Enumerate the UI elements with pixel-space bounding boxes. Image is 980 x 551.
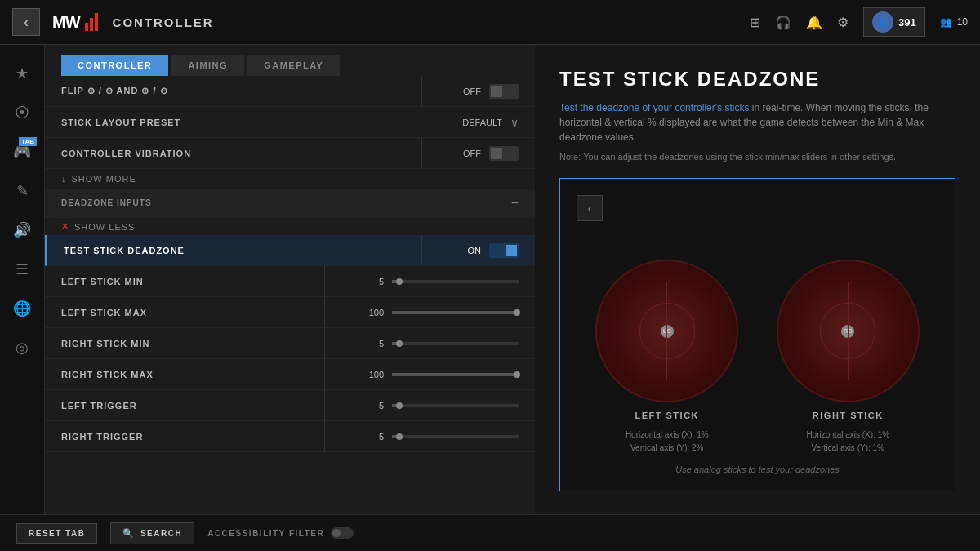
right-stick-min-slider[interactable] [392,342,519,345]
slider-track [392,373,519,376]
flip-value: OFF [432,87,481,96]
show-more-toggle[interactable]: ↓ SHOW MORE [45,169,535,189]
accessibility-toggle[interactable] [331,527,354,539]
setting-row-right-stick-min[interactable]: RIGHT STICK MIN 5 [45,328,535,359]
right-panel: TEST STICK DEADZONE Test the deadzone of… [535,45,980,514]
topbar-right: ⊞ 🎧 🔔 ⚙ 👤 391 👥 10 [750,7,968,37]
star-icon: ★ [16,64,29,82]
setting-row-left-trigger[interactable]: LEFT TRIGGER 5 [45,390,535,421]
sidebar-item-edit[interactable]: ✎ [6,175,38,207]
separator [324,421,325,451]
separator [421,138,422,168]
grid-icon[interactable]: ⊞ [750,15,760,30]
slider-fill [392,373,519,376]
sidebar-item-bullet[interactable]: ⦿ [6,96,38,129]
setting-row-stick-layout[interactable]: STICK LAYOUT PRESET DEFAULT ∨ [45,107,535,138]
setting-row-flip[interactable]: FLIP ⊕ / ⊖ AND ⊕ / ⊖ OFF [45,76,535,107]
slider-track [392,280,519,283]
avatar: 👤 [872,11,893,33]
sidebar-item-menu[interactable]: ☰ [6,253,38,286]
vibration-value: OFF [432,149,481,158]
deadzone-collapse-icon[interactable]: − [511,196,519,211]
right-stick-axis: Horizontal axis (X): 1% Vertical axis (Y… [806,429,889,455]
headset-icon[interactable]: 🎧 [775,15,791,30]
slider-track [392,311,519,314]
tab-gameplay[interactable]: GAMEPLAY [247,55,340,76]
settings-panel: CONTROLLER AIMING GAMEPLAY FLIP ⊕ / ⊖ AN… [45,45,535,514]
right-trigger-label: RIGHT TRIGGER [61,432,314,442]
right-stick-visual: RS RIGHT STICK Horizontal axis (X): 1% V… [777,260,920,455]
left-stick-axis: Horizontal axis (X): 1% Vertical axis (Y… [626,429,709,455]
search-icon: 🔍 [122,528,136,539]
show-less-icon: ✕ [61,221,69,232]
setting-row-test-stick[interactable]: TEST STICK DEADZONE ON [45,235,535,266]
topbar: ‹ MW CONTROLLER ⊞ 🎧 🔔 ⚙ 👤 391 👥 10 [0,0,980,45]
gear-icon[interactable]: ⚙ [837,15,849,30]
left-stick-label: LEFT STICK [635,411,699,420]
right-stick-inner-ring [820,303,875,358]
slider-fill [392,311,519,314]
flip-toggle[interactable] [489,84,519,99]
flip-toggle-switch[interactable] [489,84,519,99]
setting-row-vibration[interactable]: CONTROLLER VIBRATION OFF [45,138,535,169]
sidebar-item-settings2[interactable]: ◎ [6,331,38,364]
setting-row-left-stick-max[interactable]: LEFT STICK MAX 100 [45,297,535,328]
show-less-toggle[interactable]: ✕ SHOW LESS [45,218,535,235]
logo-bar-2 [90,18,93,31]
tab-badge: TAB [19,137,37,146]
left-trigger-value: 5 [335,401,384,411]
right-stick-max-label: RIGHT STICK MAX [61,370,314,380]
setting-row-right-stick-max[interactable]: RIGHT STICK MAX 100 [45,359,535,390]
slider-thumb[interactable] [396,340,403,347]
slider-thumb[interactable] [514,371,520,378]
right-stick-dot: RS [841,325,854,338]
friends-widget[interactable]: 👥 10 [940,16,968,28]
left-stick-min-slider[interactable] [392,280,519,283]
vibration-toggle-switch[interactable] [489,146,519,161]
right-trigger-slider[interactable] [392,435,519,438]
setting-row-left-stick-min[interactable]: LEFT STICK MIN 5 [45,266,535,297]
show-more-icon: ↓ [61,174,67,184]
bell-icon[interactable]: 🔔 [806,15,822,30]
test-stick-toggle-thumb [506,245,517,256]
slider-thumb[interactable] [396,278,403,285]
right-stick-min-label: RIGHT STICK MIN [61,339,314,349]
profile-widget[interactable]: 👤 391 [863,7,925,37]
test-stick-value: ON [432,246,481,256]
deadzone-back-button[interactable]: ‹ [577,195,603,221]
left-stick-circle: LS [595,260,738,402]
test-stick-toggle-switch[interactable] [489,243,519,258]
tab-aiming[interactable]: AIMING [172,55,244,76]
vibration-toggle-thumb [491,148,502,159]
stick-layout-value: DEFAULT [453,118,502,127]
separator [421,76,422,106]
sidebar-item-star[interactable]: ★ [6,57,38,90]
sidebar-item-globe[interactable]: 🌐 [6,292,38,325]
left-stick-max-slider[interactable] [392,311,519,314]
stick-layout-dropdown[interactable]: ∨ [510,116,519,129]
accessibility-toggle-thumb [332,529,341,537]
vibration-toggle[interactable] [489,146,519,161]
test-stick-toggle[interactable] [489,243,519,258]
search-button[interactable]: 🔍 SEARCH [110,522,194,544]
slider-thumb[interactable] [396,433,403,440]
right-stick-min-value: 5 [335,339,384,349]
logo-bar-1 [85,23,88,31]
right-stick-max-slider[interactable] [392,373,519,376]
sidebar-item-controller[interactable]: 🎮 TAB [6,136,38,168]
slider-track [392,435,519,438]
tab-controller[interactable]: CONTROLLER [61,55,168,76]
separator [443,107,443,137]
left-trigger-slider[interactable] [392,404,519,407]
left-stick-min-label: LEFT STICK MIN [61,277,314,287]
bottombar: RESET TAB 🔍 SEARCH ACCESSIBILITY FILTER [0,514,980,551]
deadzone-visualizer: ‹ LS LEFT STICK Horizontal axis ( [559,178,956,491]
sidebar-item-volume[interactable]: 🔊 [6,214,38,247]
deadzone-back-icon: ‹ [588,202,592,215]
setting-row-right-trigger[interactable]: RIGHT TRIGGER 5 [45,421,535,452]
reset-tab-button[interactable]: RESET TAB [16,523,97,544]
profile-points: 391 [898,16,916,29]
slider-thumb[interactable] [396,402,403,409]
back-button[interactable]: ‹ [12,8,40,36]
slider-thumb[interactable] [514,309,520,316]
